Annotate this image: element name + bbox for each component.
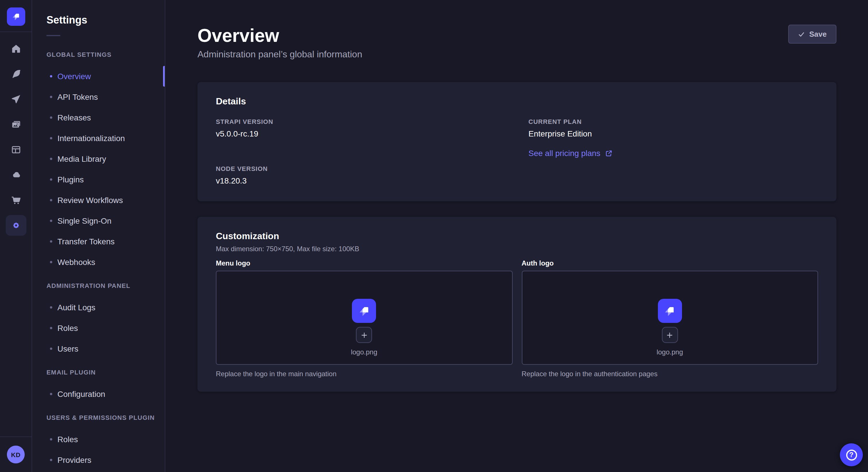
bullet-icon xyxy=(50,75,52,77)
subnav-item-admin-roles[interactable]: Roles xyxy=(46,318,165,338)
field-label: NODE VERSION xyxy=(216,165,505,173)
help-button[interactable]: ? xyxy=(840,443,863,466)
add-logo-button[interactable] xyxy=(662,327,678,343)
nav-home-button[interactable] xyxy=(5,38,26,59)
upload-label: Menu logo xyxy=(216,259,513,268)
cart-icon xyxy=(10,194,22,206)
rail-divider xyxy=(0,32,32,32)
current-plan-field: CURRENT PLAN Enterprise Edition xyxy=(528,117,818,139)
logo-filename: logo.png xyxy=(656,347,683,357)
logo-preview xyxy=(658,299,682,323)
subnav-item-label: Media Library xyxy=(57,154,106,164)
subnav-section-administration-panel: ADMINISTRATION PANEL Audit Logs Roles Us… xyxy=(46,281,165,359)
bullet-icon xyxy=(50,347,52,350)
customization-card-subtitle: Max dimension: 750×750, Max file size: 1… xyxy=(216,244,818,254)
logo-filename: logo.png xyxy=(351,347,377,357)
field-value: v5.0.0-rc.19 xyxy=(216,129,505,139)
subnav-title: Settings xyxy=(46,14,165,26)
subnav-item-releases[interactable]: Releases xyxy=(46,107,165,128)
customization-card-title: Customization xyxy=(216,231,818,242)
subnav-item-up-providers[interactable]: Providers xyxy=(46,450,165,470)
layout-icon xyxy=(10,144,22,156)
subnav-item-single-sign-on[interactable]: Single Sign-On xyxy=(46,210,165,231)
home-icon xyxy=(10,43,22,55)
subnav-item-audit-logs[interactable]: Audit Logs xyxy=(46,297,165,318)
subnav-item-label: Internationalization xyxy=(57,134,125,143)
subnav-item-up-roles[interactable]: Roles xyxy=(46,429,165,450)
pricing-plans-link[interactable]: See all pricing plans xyxy=(528,148,613,158)
upload-label: Auth logo xyxy=(522,259,818,268)
bullet-icon xyxy=(50,459,52,461)
subnav-item-label: Transfer Tokens xyxy=(57,237,115,246)
strapi-logo[interactable] xyxy=(7,7,25,26)
page-subtitle: Administration panel’s global informatio… xyxy=(197,48,362,61)
settings-subnav: Settings GLOBAL SETTINGS Overview API To… xyxy=(32,0,165,472)
paper-plane-icon xyxy=(10,94,22,105)
bullet-icon xyxy=(50,220,52,222)
active-item-indicator xyxy=(163,66,165,87)
logo-preview xyxy=(352,299,376,323)
external-link-icon xyxy=(605,149,613,157)
field-label: STRAPI VERSION xyxy=(216,117,505,126)
upload-caption: Replace the logo in the authentication p… xyxy=(522,369,818,378)
bullet-icon xyxy=(50,199,52,201)
subnav-item-label: Single Sign-On xyxy=(57,216,112,225)
subnav-item-media-library[interactable]: Media Library xyxy=(46,148,165,169)
bullet-icon xyxy=(50,327,52,329)
section-label: GLOBAL SETTINGS xyxy=(46,50,165,59)
subnav-item-admin-users[interactable]: Users xyxy=(46,338,165,359)
bullet-icon xyxy=(50,137,52,139)
nav-releases-button[interactable] xyxy=(5,89,26,109)
rail-icon-nav xyxy=(5,38,26,236)
strapi-version-field: STRAPI VERSION v5.0.0-rc.19 xyxy=(216,117,505,139)
question-mark-icon: ? xyxy=(846,449,857,460)
subnav-item-email-configuration[interactable]: Configuration xyxy=(46,384,165,404)
subnav-item-label: Roles xyxy=(57,324,78,333)
rail-bottom-divider xyxy=(0,436,32,437)
subnav-item-label: Roles xyxy=(57,435,78,444)
subnav-item-transfer-tokens[interactable]: Transfer Tokens xyxy=(46,231,165,252)
rail-bottom: KD xyxy=(0,436,32,472)
subnav-item-label: Review Workflows xyxy=(57,196,123,205)
subnav-item-label: Audit Logs xyxy=(57,303,95,312)
menu-logo-upload: Menu logo logo.png Replace the logo in t… xyxy=(216,259,513,378)
subnav-item-internationalization[interactable]: Internationalization xyxy=(46,128,165,148)
user-avatar[interactable]: KD xyxy=(7,446,25,463)
nav-content-manager-button[interactable] xyxy=(5,64,26,84)
pictures-icon xyxy=(10,119,22,130)
subnav-item-webhooks[interactable]: Webhooks xyxy=(46,252,165,272)
gear-icon xyxy=(10,220,22,231)
save-button[interactable]: Save xyxy=(788,25,836,43)
subnav-item-plugins[interactable]: Plugins xyxy=(46,169,165,190)
details-card: Details STRAPI VERSION v5.0.0-rc.19 NODE… xyxy=(197,82,836,201)
check-icon xyxy=(798,31,805,38)
customization-card: Customization Max dimension: 750×750, Ma… xyxy=(197,217,836,392)
save-button-label: Save xyxy=(809,30,827,38)
subnav-item-api-tokens[interactable]: API Tokens xyxy=(46,87,165,107)
details-card-title: Details xyxy=(216,96,818,107)
nav-marketplace-button[interactable] xyxy=(5,190,26,210)
field-label: CURRENT PLAN xyxy=(528,117,818,126)
pricing-plans-link-label: See all pricing plans xyxy=(528,148,600,158)
subnav-item-label: Webhooks xyxy=(57,258,95,267)
main-nav-rail: KD xyxy=(0,0,32,472)
subnav-item-overview[interactable]: Overview xyxy=(46,66,165,87)
subnav-item-label: Users xyxy=(57,344,79,353)
bullet-icon xyxy=(50,438,52,440)
nav-cloud-button[interactable] xyxy=(5,165,26,185)
subnav-item-review-workflows[interactable]: Review Workflows xyxy=(46,190,165,210)
add-logo-button[interactable] xyxy=(356,327,372,343)
plus-icon xyxy=(361,331,368,339)
nav-settings-button[interactable] xyxy=(5,215,26,236)
subnav-section-users-permissions-plugin: USERS & PERMISSIONS PLUGIN Roles Provide… xyxy=(46,413,165,470)
subnav-item-label: Overview xyxy=(57,72,91,81)
bullet-icon xyxy=(50,306,52,308)
bullet-icon xyxy=(50,96,52,98)
nav-media-library-button[interactable] xyxy=(5,114,26,135)
page-title: Overview xyxy=(197,24,279,47)
field-value: v18.20.3 xyxy=(216,175,505,186)
nav-content-type-builder-button[interactable] xyxy=(5,139,26,160)
auth-logo-dropzone[interactable]: logo.png xyxy=(522,271,818,365)
menu-logo-dropzone[interactable]: logo.png xyxy=(216,271,513,365)
auth-logo-upload: Auth logo logo.png Replace the logo in t… xyxy=(522,259,818,378)
